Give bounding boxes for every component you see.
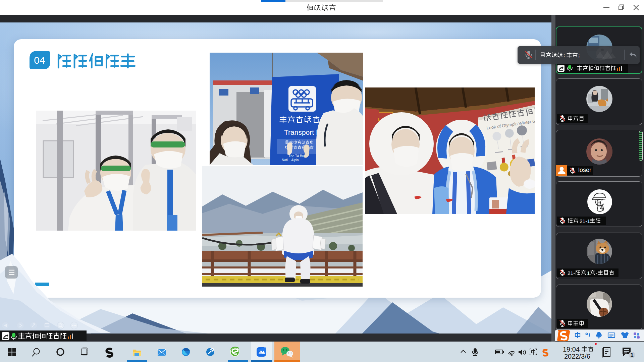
svg-text:;: ; [578, 52, 580, 58]
svg-text:21-1: 21-1 [580, 218, 590, 224]
svg-text:Nati... Alpin...: Nati... Alpin... [282, 158, 302, 162]
svg-text:1: 1 [630, 352, 633, 358]
svg-text:21-: 21- [568, 270, 575, 276]
svg-text:The TA Bus: The TA Bus [288, 154, 306, 158]
svg-text:Transport M: Transport M [284, 128, 322, 136]
svg-text:1: 1 [587, 270, 590, 276]
svg-text:-: - [596, 270, 597, 276]
svg-text:04: 04 [34, 55, 45, 66]
svg-text::: : [564, 52, 565, 58]
